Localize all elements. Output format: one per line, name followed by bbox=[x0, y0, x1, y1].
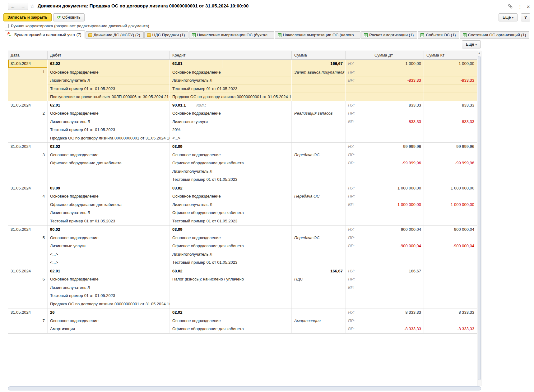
header-debit[interactable]: Дебет bbox=[48, 51, 170, 59]
tab-1[interactable]: ДтКтБухгалтерский и налоговый учет (7) bbox=[5, 30, 85, 39]
horizontal-scrollbar[interactable] bbox=[8, 386, 481, 391]
account-number: 90.01.1 bbox=[172, 103, 186, 107]
table-row[interactable]: 31.05.2024302.02Основное подразделениеОф… bbox=[8, 143, 477, 184]
cell-tax-labels[interactable]: НУ:ПР:ВР: bbox=[346, 226, 372, 267]
cell-sum-kt[interactable]: 99 999,96-99 999,96 bbox=[424, 143, 477, 184]
scroll-up-icon[interactable]: ▲ bbox=[477, 51, 481, 55]
cell-sum-dt[interactable]: 8 333,33-8 333,33 bbox=[372, 308, 424, 333]
cell-sum[interactable]: Амортизация bbox=[292, 308, 346, 333]
tab-label: Бухгалтерский и налоговый учет (7) bbox=[14, 32, 81, 37]
cell-credit[interactable]: 90.01.1Кол.:Основное подразделениеЛизинг… bbox=[170, 101, 292, 143]
cell-sum[interactable]: Передача ОС bbox=[292, 143, 346, 184]
table-row[interactable]: 31.05.2024403.09Основное подразделениеОф… bbox=[8, 184, 477, 226]
cell-tax-labels[interactable]: НУ:ПР:ВР: bbox=[346, 60, 372, 101]
cell-sum[interactable]: Реализация запасов bbox=[292, 101, 346, 143]
tab-5[interactable]: Начисление амортизации ОС (налого... bbox=[275, 31, 361, 39]
cell-credit[interactable]: 03.09Основное подразделениеОфисное обору… bbox=[170, 226, 292, 267]
back-button[interactable]: ← bbox=[8, 3, 18, 10]
cell-tax-labels[interactable]: НУ:ПР:ВР: bbox=[346, 308, 372, 333]
cell-tax-labels[interactable]: НУ:ПР:ВР: bbox=[346, 101, 372, 143]
cell-sum-kt[interactable]: 833,33-833,33 bbox=[424, 101, 477, 143]
table-row[interactable]: 31.05.2024590.02Основное подразделениеЛи… bbox=[8, 226, 477, 267]
cell-sum[interactable]: 166,67Зачет аванса покупателя bbox=[292, 60, 346, 101]
refresh-button[interactable]: ⟳Обновить bbox=[53, 13, 85, 21]
cell-sum-dt[interactable]: 99 999,96-99 999,96 bbox=[372, 143, 424, 184]
cell-date[interactable]: 31.05.20243 bbox=[8, 143, 48, 184]
grid-more-button[interactable]: Еще▾ bbox=[462, 40, 481, 48]
tab-2[interactable]: Движение ДС (ФСБУ) (2) bbox=[86, 31, 144, 39]
tab-7[interactable]: События ОС (1) bbox=[418, 31, 459, 39]
cell-debit[interactable]: 03.09Основное подразделениеОфисное обору… bbox=[48, 184, 170, 226]
table-icon bbox=[420, 33, 424, 37]
help-button[interactable]: ? bbox=[521, 13, 530, 21]
cell-tax-labels[interactable]: НУ:ПР:ВР: bbox=[346, 267, 372, 308]
cell-sum[interactable]: Передача ОС bbox=[292, 184, 346, 226]
close-icon[interactable]: × bbox=[527, 4, 530, 9]
cell-sum-kt[interactable]: 900 000,04-900 000,04 bbox=[424, 226, 477, 267]
account-number: 62.02 bbox=[50, 61, 60, 66]
cell-credit[interactable]: 03.02Основное подразделениеЛизингополуча… bbox=[170, 184, 292, 226]
save-and-close-button[interactable]: Записать и закрыть bbox=[3, 13, 52, 21]
tab-label: События ОС (1) bbox=[426, 33, 456, 37]
horizontal-scroll-thumb[interactable] bbox=[8, 386, 481, 390]
table-row[interactable]: 31.05.2024726Основное подразделениеАморт… bbox=[8, 308, 477, 334]
forward-button[interactable]: → bbox=[18, 3, 28, 10]
cell-sum-kt[interactable]: 1 000 000,00-1 000 000,00 bbox=[424, 184, 477, 226]
cell-debit[interactable]: 62.01Основное подразделениеЛизингополуча… bbox=[48, 267, 170, 308]
link-icon[interactable] bbox=[507, 3, 513, 10]
cell-debit[interactable]: 90.02Основное подразделениеЛизинговые ус… bbox=[48, 226, 170, 267]
cell-credit[interactable]: 02.02Основное подразделениеОфисное обору… bbox=[170, 308, 292, 333]
tab-strip-wrap: ДтКтБухгалтерский и налоговый учет (7)Дв… bbox=[3, 30, 531, 38]
header-credit[interactable]: Кредит bbox=[170, 51, 292, 59]
vertical-scroll-thumb[interactable] bbox=[478, 56, 481, 380]
cell-debit[interactable]: 62.02Основное подразделениеЛизингополуча… bbox=[48, 60, 170, 101]
cell-debit[interactable]: 62.01Основное подразделениеЛизингополуча… bbox=[48, 101, 170, 143]
more-button-top[interactable]: Еще▾ bbox=[499, 13, 518, 21]
cell-credit[interactable]: 03.09Основное подразделениеОфисное обору… bbox=[170, 143, 292, 184]
header-date[interactable]: Дата bbox=[8, 51, 48, 59]
cell-date[interactable]: 31.05.20241 bbox=[8, 60, 48, 101]
cell-date[interactable]: 31.05.20244 bbox=[8, 184, 48, 226]
kebab-menu-icon[interactable]: ⋮ bbox=[518, 4, 522, 10]
cell-sum[interactable]: Передача ОС bbox=[292, 226, 346, 267]
tab-4[interactable]: Начисление амортизации ОС (бухгал... bbox=[189, 31, 274, 39]
table-body: 31.05.2024162.02Основное подразделениеЛи… bbox=[8, 60, 477, 334]
account-number: 26 bbox=[50, 310, 54, 315]
cell-sum-dt[interactable]: 1 000,00-833,33 bbox=[372, 60, 424, 101]
cell-sum[interactable]: 166,67НДС bbox=[292, 267, 346, 308]
cell-date[interactable]: 31.05.20245 bbox=[8, 226, 48, 267]
account-number: 03.09 bbox=[172, 144, 183, 149]
cell-debit[interactable]: 26Основное подразделениеАмортизация bbox=[48, 308, 170, 333]
cell-sum-dt[interactable]: 900 000,04-900 000,04 bbox=[372, 226, 424, 267]
cell-sum-dt[interactable]: 166,67 bbox=[372, 267, 424, 308]
vertical-scrollbar[interactable]: ▲ bbox=[477, 51, 481, 386]
cell-credit[interactable]: 68.02Налог (взносы): начислено / уплачен… bbox=[170, 267, 292, 308]
table-row[interactable]: 31.05.2024662.01Основное подразделениеЛи… bbox=[8, 267, 477, 309]
cell-sum-dt[interactable]: 1 000 000,00-1 000 000,00 bbox=[372, 184, 424, 226]
cell-sum-kt[interactable] bbox=[424, 267, 477, 308]
manual-adjustment-checkbox[interactable] bbox=[5, 24, 9, 28]
cell-sum-dt[interactable]: 833,33-833,33 bbox=[372, 101, 424, 143]
cell-date[interactable]: 31.05.20246 bbox=[8, 267, 48, 308]
favorite-star-icon[interactable]: ☆ bbox=[30, 3, 35, 10]
cell-sum-kt[interactable]: 8 333,33-8 333,33 bbox=[424, 308, 477, 333]
cell-date[interactable]: 31.05.20242 bbox=[8, 101, 48, 143]
tab-6[interactable]: Расчет амортизации (1) bbox=[361, 31, 417, 39]
quantity-label: Кол.: bbox=[196, 103, 206, 107]
chevron-down-icon: ▾ bbox=[475, 43, 477, 46]
tab-3[interactable]: НДС Продажи (1) bbox=[144, 31, 188, 39]
header-sum-dt[interactable]: Сумма Дт bbox=[372, 51, 424, 59]
header-sum-kt[interactable]: Сумма Кт bbox=[424, 51, 477, 59]
cell-debit[interactable]: 02.02Основное подразделениеОфисное обору… bbox=[48, 143, 170, 184]
account-number: 62.01 bbox=[172, 61, 183, 66]
table-row[interactable]: 31.05.2024262.01Основное подразделениеЛи… bbox=[8, 101, 477, 143]
table-row[interactable]: 31.05.2024162.02Основное подразделениеЛи… bbox=[8, 60, 477, 101]
cell-tax-labels[interactable]: НУ:ПР:ВР: bbox=[346, 143, 372, 184]
cell-sum-kt[interactable]: 1 000,00-833,33 bbox=[424, 60, 477, 101]
tab-8[interactable]: Состояния ОС организаций (1) bbox=[460, 31, 530, 39]
cell-credit[interactable]: 62.01Основное подразделениеЛизингополуча… bbox=[170, 60, 292, 101]
cell-tax-labels[interactable]: НУ:ПР:ВР: bbox=[346, 184, 372, 226]
tab-label: Расчет амортизации (1) bbox=[369, 33, 414, 37]
cell-date[interactable]: 31.05.20247 bbox=[8, 308, 48, 333]
header-sum[interactable]: Сумма bbox=[292, 51, 346, 59]
